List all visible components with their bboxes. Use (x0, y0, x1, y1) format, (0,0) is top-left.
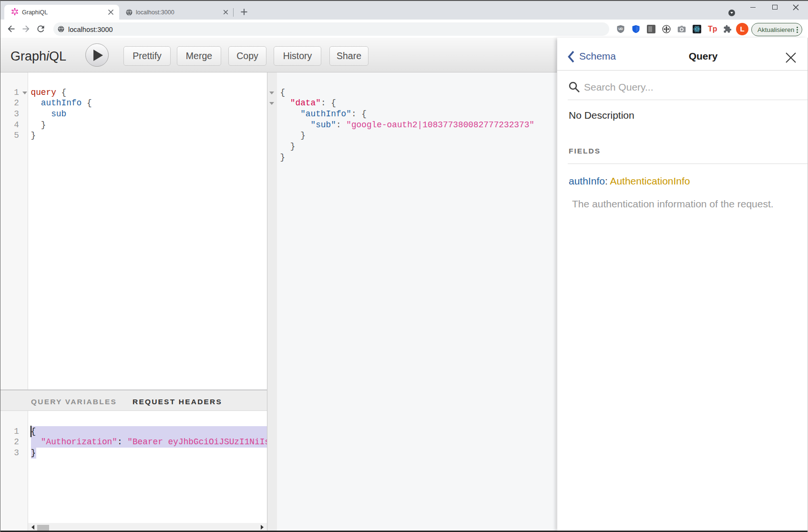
svg-text:UD: UD (618, 27, 623, 31)
